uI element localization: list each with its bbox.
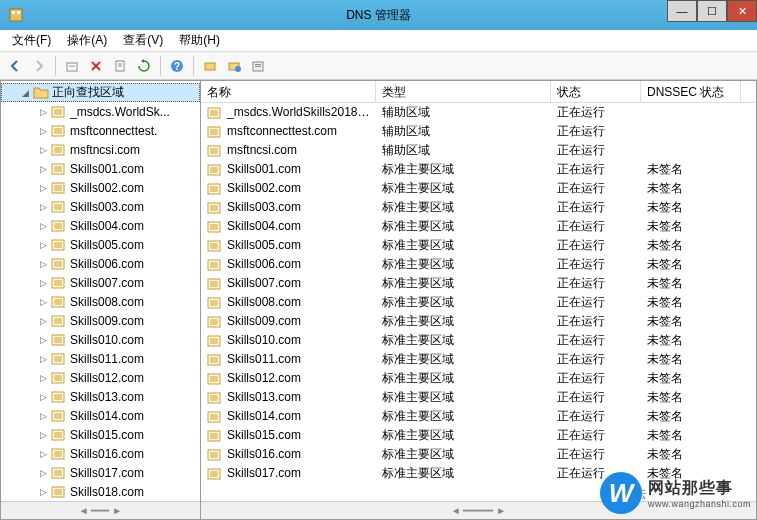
svg-rect-10 (205, 63, 215, 70)
tree-item[interactable]: ▷Skills017.com (1, 463, 200, 482)
cell-dnssec: 未签名 (641, 161, 741, 178)
list-row[interactable]: Skills003.com标准主要区域正在运行未签名 (201, 198, 756, 217)
expand-icon[interactable]: ▷ (37, 163, 49, 175)
tree-item[interactable]: ▷Skills012.com (1, 368, 200, 387)
list-row[interactable]: msftncsi.com辅助区域正在运行 (201, 141, 756, 160)
col-header-dnssec[interactable]: DNSSEC 状态 (641, 81, 741, 102)
tree-item[interactable]: ▷Skills004.com (1, 216, 200, 235)
help-button[interactable]: ? (166, 55, 188, 77)
list-row[interactable]: Skills001.com标准主要区域正在运行未签名 (201, 160, 756, 179)
expand-icon[interactable]: ▷ (37, 486, 49, 498)
expand-icon[interactable]: ▷ (37, 182, 49, 194)
tree-item[interactable]: ▷Skills016.com (1, 444, 200, 463)
expand-icon[interactable]: ▷ (37, 353, 49, 365)
list-hscroll[interactable]: ◄ ━━━━━ ► (201, 501, 756, 519)
tree-item[interactable]: ▷msftncsi.com (1, 140, 200, 159)
refresh-button[interactable] (133, 55, 155, 77)
properties-button[interactable] (109, 55, 131, 77)
tree-item[interactable]: ▷msftconnecttest. (1, 121, 200, 140)
tree-item[interactable]: ▷Skills001.com (1, 159, 200, 178)
expand-icon[interactable]: ▷ (37, 201, 49, 213)
col-header-name[interactable]: 名称 (201, 81, 376, 102)
tree-item[interactable]: ▷Skills009.com (1, 311, 200, 330)
toolbar: ? (0, 52, 757, 80)
expand-icon[interactable]: ▷ (37, 448, 49, 460)
tree-item[interactable]: ▷Skills014.com (1, 406, 200, 425)
tree-item[interactable]: ▷Skills006.com (1, 254, 200, 273)
tree-item[interactable]: ▷Skills018.com (1, 482, 200, 501)
tree-item-label: Skills016.com (70, 447, 144, 461)
expand-icon[interactable]: ▷ (37, 334, 49, 346)
list-row[interactable]: Skills011.com标准主要区域正在运行未签名 (201, 350, 756, 369)
minimize-button[interactable]: — (667, 0, 697, 22)
list-row[interactable]: Skills002.com标准主要区域正在运行未签名 (201, 179, 756, 198)
list-row[interactable]: Skills015.com标准主要区域正在运行未签名 (201, 426, 756, 445)
list-row[interactable]: Skills017.com标准主要区域正在运行未签名 (201, 464, 756, 483)
expand-icon[interactable]: ▷ (37, 315, 49, 327)
list-row[interactable]: Skills006.com标准主要区域正在运行未签名 (201, 255, 756, 274)
zone-icon (207, 258, 223, 272)
expand-icon[interactable]: ▷ (37, 391, 49, 403)
tree-root[interactable]: ◢ 正向查找区域 (1, 83, 200, 102)
menu-action[interactable]: 操作(A) (59, 30, 115, 51)
list-row[interactable]: Skills014.com标准主要区域正在运行未签名 (201, 407, 756, 426)
expand-icon[interactable]: ▷ (37, 410, 49, 422)
maximize-button[interactable]: ☐ (697, 0, 727, 22)
close-button[interactable]: ✕ (727, 0, 757, 22)
expand-icon[interactable]: ▷ (37, 125, 49, 137)
list-row[interactable]: Skills008.com标准主要区域正在运行未签名 (201, 293, 756, 312)
tree-item-label: Skills017.com (70, 466, 144, 480)
list-row[interactable]: Skills012.com标准主要区域正在运行未签名 (201, 369, 756, 388)
expand-icon[interactable]: ▷ (37, 106, 49, 118)
list-row[interactable]: Skills005.com标准主要区域正在运行未签名 (201, 236, 756, 255)
menu-help[interactable]: 帮助(H) (171, 30, 228, 51)
list-row[interactable]: Skills016.com标准主要区域正在运行未签名 (201, 445, 756, 464)
tool-button-2[interactable] (223, 55, 245, 77)
tree-item[interactable]: ▷_msdcs.WorldSk... (1, 102, 200, 121)
expand-icon[interactable]: ▷ (37, 296, 49, 308)
expand-icon[interactable]: ▷ (37, 220, 49, 232)
expand-icon[interactable]: ▷ (37, 144, 49, 156)
expand-icon[interactable]: ▷ (37, 429, 49, 441)
tree-item[interactable]: ▷Skills010.com (1, 330, 200, 349)
list-row[interactable]: Skills004.com标准主要区域正在运行未签名 (201, 217, 756, 236)
list-row[interactable]: Skills010.com标准主要区域正在运行未签名 (201, 331, 756, 350)
list-row[interactable]: Skills007.com标准主要区域正在运行未签名 (201, 274, 756, 293)
list-row[interactable]: Skills013.com标准主要区域正在运行未签名 (201, 388, 756, 407)
tree-item[interactable]: ▷Skills008.com (1, 292, 200, 311)
cell-name: Skills010.com (201, 333, 376, 348)
expand-icon[interactable]: ▷ (37, 239, 49, 251)
col-header-status[interactable]: 状态 (551, 81, 641, 102)
collapse-icon[interactable]: ◢ (19, 87, 31, 99)
expand-icon[interactable]: ▷ (37, 258, 49, 270)
tree-item[interactable]: ▷Skills003.com (1, 197, 200, 216)
expand-icon[interactable]: ▷ (37, 372, 49, 384)
expand-icon[interactable]: ▷ (37, 467, 49, 479)
cell-dnssec: 未签名 (641, 180, 741, 197)
svg-rect-0 (10, 9, 22, 21)
tree-item[interactable]: ▷Skills011.com (1, 349, 200, 368)
add-button[interactable] (61, 55, 83, 77)
tree-item[interactable]: ▷Skills015.com (1, 425, 200, 444)
cell-dnssec: 未签名 (641, 332, 741, 349)
menu-view[interactable]: 查看(V) (115, 30, 171, 51)
tree-pane[interactable]: ◢ 正向查找区域 ▷_msdcs.WorldSk...▷msftconnectt… (1, 81, 201, 519)
expand-icon[interactable]: ▷ (37, 277, 49, 289)
tree-item[interactable]: ▷Skills013.com (1, 387, 200, 406)
col-header-type[interactable]: 类型 (376, 81, 551, 102)
tree-item[interactable]: ▷Skills005.com (1, 235, 200, 254)
tree-item[interactable]: ▷Skills007.com (1, 273, 200, 292)
menu-file[interactable]: 文件(F) (4, 30, 59, 51)
list-body[interactable]: _msdcs.WorldSkills2018....辅助区域正在运行msftco… (201, 103, 756, 501)
tree-hscroll[interactable]: ◄ ━━━ ► (1, 501, 200, 519)
tree-item[interactable]: ▷Skills002.com (1, 178, 200, 197)
list-row[interactable]: _msdcs.WorldSkills2018....辅助区域正在运行 (201, 103, 756, 122)
list-row[interactable]: msftconnecttest.com辅助区域正在运行 (201, 122, 756, 141)
tool-button-1[interactable] (199, 55, 221, 77)
list-row[interactable]: Skills009.com标准主要区域正在运行未签名 (201, 312, 756, 331)
cell-dnssec: 未签名 (641, 218, 741, 235)
tool-button-3[interactable] (247, 55, 269, 77)
back-button[interactable] (4, 55, 26, 77)
delete-button[interactable] (85, 55, 107, 77)
forward-button[interactable] (28, 55, 50, 77)
